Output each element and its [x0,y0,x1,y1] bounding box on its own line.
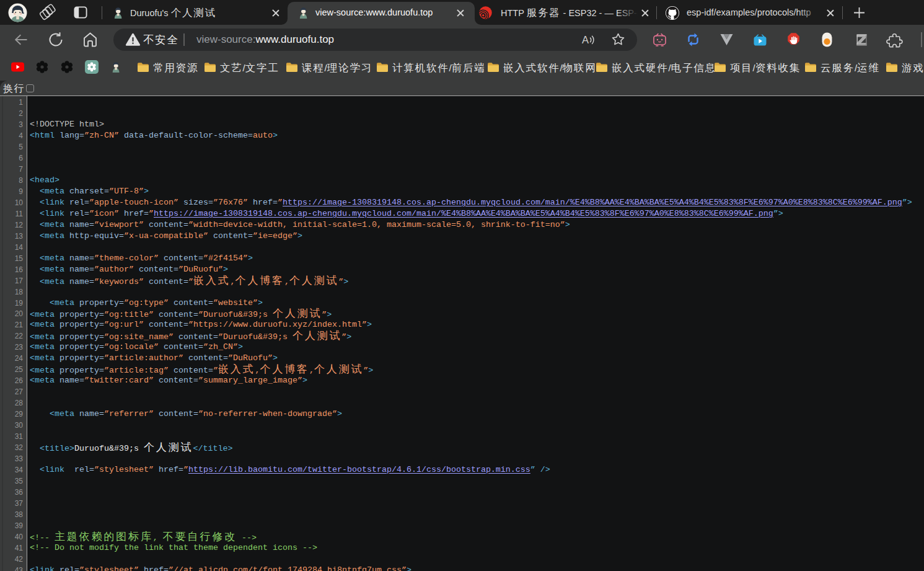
svg-text:A: A [582,34,589,45]
